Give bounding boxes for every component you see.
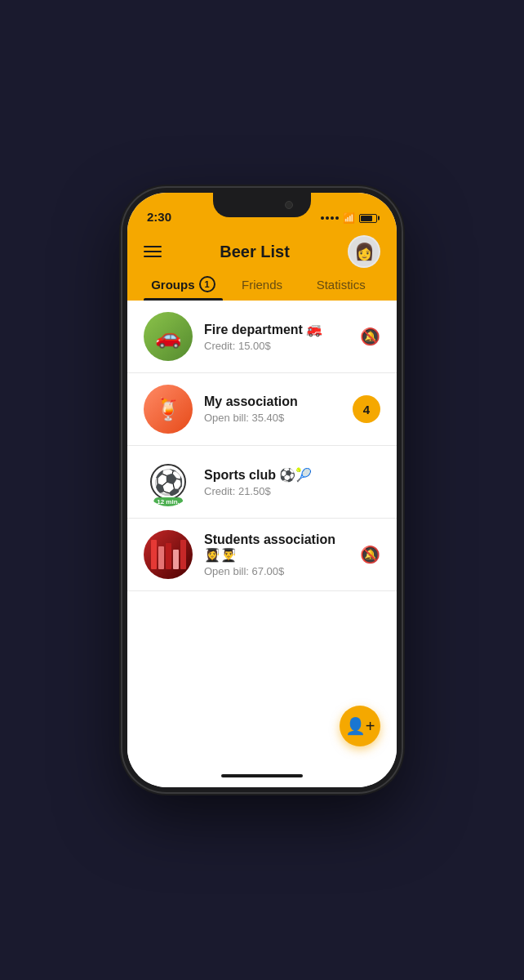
time-badge: 12 min.: [153, 497, 183, 506]
menu-button[interactable]: [144, 246, 162, 257]
list-item[interactable]: ⚽ 12 min. Sports club ⚽🎾 Credit: 21.50$: [127, 446, 397, 519]
signal-icon: [321, 216, 339, 220]
tab-statistics[interactable]: Statistics: [301, 278, 380, 300]
app-header: Beer List 👩: [127, 229, 397, 268]
status-time: 2:30: [147, 210, 171, 224]
tab-friends-label: Friends: [242, 278, 282, 292]
group-action[interactable]: 🔕: [360, 327, 380, 346]
tab-groups-label: Groups: [151, 278, 194, 292]
drinks-icon: 🍹: [155, 397, 181, 422]
page-title: Beer List: [220, 243, 290, 261]
bell-muted-icon: 🔕: [360, 546, 380, 564]
notification-badge: 4: [353, 395, 380, 423]
add-group-icon: 👤+: [345, 716, 375, 736]
soccer-ball-icon: ⚽: [150, 464, 186, 500]
group-avatar-assoc: 🍹: [144, 385, 193, 434]
group-name: Sports club ⚽🎾: [204, 467, 372, 483]
avatar-emoji: 👩: [354, 242, 375, 261]
group-info: My association Open bill: 35.40$: [204, 394, 344, 424]
group-avatar-fire: 🚗: [144, 312, 193, 361]
user-avatar[interactable]: 👩: [348, 235, 380, 268]
group-info: Students association 👩‍🎓👨‍🎓 Open bill: 6…: [204, 532, 352, 577]
car-icon: 🚗: [155, 324, 181, 350]
add-group-button[interactable]: 👤+: [340, 706, 380, 746]
status-icons: 📶: [321, 212, 377, 224]
group-sub: Open bill: 67.00$: [204, 565, 352, 577]
list-item[interactable]: Students association 👩‍🎓👨‍🎓 Open bill: 6…: [127, 519, 397, 591]
group-avatar-students: [144, 530, 193, 579]
tab-statistics-label: Statistics: [317, 278, 366, 292]
wifi-icon: 📶: [343, 212, 355, 224]
group-action[interactable]: 🔕: [360, 545, 380, 564]
group-info: Fire department 🚒 Credit: 15.00$: [204, 322, 352, 352]
group-action[interactable]: 4: [353, 395, 380, 423]
group-name: My association: [204, 394, 344, 409]
notch: [213, 193, 311, 217]
battery-icon: [359, 214, 377, 223]
tab-bar: Groups 1 Friends Statistics: [127, 268, 397, 301]
camera: [285, 201, 293, 209]
group-name: Fire department 🚒: [204, 322, 352, 337]
group-sub: Open bill: 35.40$: [204, 412, 344, 424]
list-item[interactable]: 🍹 My association Open bill: 35.40$ 4: [127, 373, 397, 446]
list-item[interactable]: 🚗 Fire department 🚒 Credit: 15.00$ 🔕: [127, 301, 397, 373]
bell-muted-icon: 🔕: [360, 327, 380, 345]
group-info: Sports club ⚽🎾 Credit: 21.50$: [204, 467, 372, 497]
group-name: Students association 👩‍🎓👨‍🎓: [204, 532, 352, 563]
group-avatar-sports: ⚽ 12 min.: [144, 457, 193, 506]
home-indicator: [221, 774, 303, 777]
group-sub: Credit: 15.00$: [204, 340, 352, 352]
tab-groups[interactable]: Groups 1: [144, 276, 223, 301]
tab-friends[interactable]: Friends: [223, 278, 302, 300]
tab-groups-badge: 1: [199, 276, 215, 292]
books-icon: [151, 540, 186, 569]
group-sub: Credit: 21.50$: [204, 485, 372, 497]
